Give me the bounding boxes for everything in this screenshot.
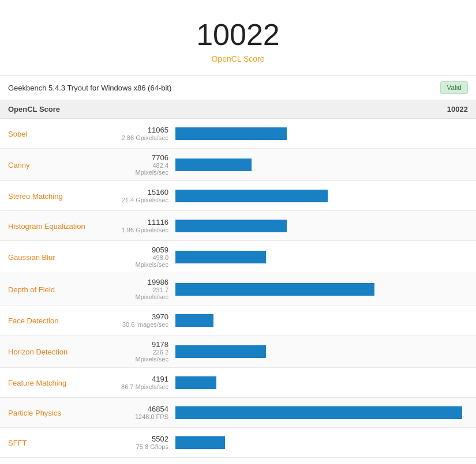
bench-name: Histogram Equalization: [8, 221, 118, 231]
bench-bar: [175, 345, 266, 358]
bench-sub-score: 482.4 Mpixels/sec: [118, 162, 168, 176]
bench-bar-container: [175, 375, 468, 391]
bench-bar-container: [175, 126, 468, 142]
score-header: 10022 OpenCL Score: [0, 0, 476, 76]
bench-label: Canny: [8, 161, 30, 169]
bench-main-score: 4191: [118, 375, 168, 383]
bench-sub-score: 1.96 Gpixels/sec: [118, 227, 168, 233]
benchmark-row: Canny 7706 482.4 Mpixels/sec: [0, 149, 476, 181]
bench-sub-score: 86.7 Mpixels/sec: [118, 383, 168, 390]
bench-name: SFFT: [8, 437, 118, 448]
valid-badge: Valid: [440, 81, 468, 94]
bench-name: Horizon Detection: [8, 346, 118, 357]
geekbench-info: Geekbench 5.4.3 Tryout for Windows x86 (…: [8, 84, 171, 92]
bench-name: Canny: [8, 160, 118, 170]
bench-label: Sobel: [8, 130, 27, 138]
bench-name: Depth of Field: [8, 284, 118, 295]
benchmark-row: Particle Physics 46854 1248.0 FPS: [0, 398, 476, 428]
bench-bar-container: [175, 218, 468, 234]
bench-label: Feature Matching: [8, 379, 66, 387]
bench-sub-score: 21.4 Gpixels/sec: [118, 197, 168, 203]
bench-bar-container: [175, 249, 468, 265]
bench-bar: [175, 159, 252, 171]
bench-main-score: 15160: [118, 188, 168, 197]
bench-label: Horizon Detection: [8, 348, 68, 356]
bench-name: Feature Matching: [8, 378, 118, 388]
bench-scores: 9059 498.0 Mpixels/sec: [118, 246, 175, 268]
bench-bar: [175, 283, 374, 296]
bench-label: Gaussian Blur: [8, 253, 55, 262]
bench-sub-score: 75.8 Gflops: [118, 443, 168, 450]
benchmarks-list: Sobel 11065 2.86 Gpixels/sec Canny 7706 …: [0, 119, 476, 458]
bench-main-score: 3970: [118, 312, 168, 321]
bench-bar: [175, 127, 287, 140]
bench-bar-container: [175, 312, 468, 329]
bench-bar: [175, 314, 213, 327]
benchmark-row: Sobel 11065 2.86 Gpixels/sec: [0, 119, 476, 149]
bench-name: Gaussian Blur: [8, 252, 118, 262]
main-score: 10022: [12, 17, 464, 52]
bench-main-score: 9059: [118, 246, 168, 254]
table-header-label: OpenCL Score: [8, 105, 60, 114]
bench-bar-container: [175, 405, 468, 421]
bench-sub-score: 30.6 images/sec: [118, 321, 168, 328]
bench-bar: [175, 220, 287, 232]
bench-scores: 5502 75.8 Gflops: [118, 435, 175, 450]
bench-main-score: 7706: [118, 153, 168, 162]
bench-label: Histogram Equalization: [8, 222, 85, 231]
bench-scores: 7706 482.4 Mpixels/sec: [118, 153, 175, 176]
bench-scores: 9178 226.2 Mpixels/sec: [118, 340, 175, 363]
bench-bar: [175, 376, 216, 389]
benchmark-row: Depth of Field 19986 231.7 Mpixels/sec: [0, 273, 476, 305]
bench-main-score: 11116: [118, 218, 168, 227]
bench-name: Sobel: [8, 129, 118, 139]
bench-bar-container: [175, 435, 468, 451]
benchmark-row: Horizon Detection 9178 226.2 Mpixels/sec: [0, 335, 476, 368]
bench-bar-container: [175, 281, 468, 297]
bench-scores: 3970 30.6 images/sec: [118, 312, 175, 328]
benchmark-row: Stereo Matching 15160 21.4 Gpixels/sec: [0, 181, 476, 211]
bench-sub-score: 2.86 Gpixels/sec: [118, 134, 168, 141]
bench-main-score: 5502: [118, 435, 168, 443]
benchmark-row: SFFT 5502 75.8 Gflops: [0, 428, 476, 458]
bench-label: Face Detection: [8, 316, 58, 325]
bench-name: Face Detection: [8, 315, 118, 326]
bench-bar: [175, 406, 462, 419]
bench-name: Stereo Matching: [8, 191, 118, 201]
bench-scores: 46854 1248.0 FPS: [118, 405, 175, 420]
bench-main-score: 46854: [118, 405, 168, 413]
bench-scores: 11116 1.96 Gpixels/sec: [118, 218, 175, 233]
bench-sub-score: 226.2 Mpixels/sec: [118, 349, 168, 363]
table-header-value: 10022: [447, 105, 468, 114]
benchmark-row: Gaussian Blur 9059 498.0 Mpixels/sec: [0, 241, 476, 273]
table-header: OpenCL Score 10022: [0, 100, 476, 119]
bench-label: Particle Physics: [8, 409, 61, 417]
bench-sub-score: 231.7 Mpixels/sec: [118, 286, 168, 300]
bench-sub-score: 1248.0 FPS: [118, 413, 168, 420]
bench-bar-container: [175, 157, 468, 173]
bench-label: Depth of Field: [8, 285, 55, 294]
bench-label: SFFT: [8, 439, 27, 447]
bench-scores: 15160 21.4 Gpixels/sec: [118, 188, 175, 203]
benchmark-row: Histogram Equalization 11116 1.96 Gpixel…: [0, 211, 476, 241]
bench-bar: [175, 436, 225, 449]
bench-main-score: 9178: [118, 340, 168, 349]
bench-main-score: 19986: [118, 278, 168, 286]
bench-scores: 19986 231.7 Mpixels/sec: [118, 278, 175, 300]
bench-scores: 4191 86.7 Mpixels/sec: [118, 375, 175, 390]
benchmark-row: Face Detection 3970 30.6 images/sec: [0, 305, 476, 335]
info-bar: Geekbench 5.4.3 Tryout for Windows x86 (…: [0, 76, 476, 100]
bench-main-score: 11065: [118, 126, 168, 134]
bench-bar-container: [175, 188, 468, 204]
bench-bar-container: [175, 344, 468, 360]
bench-bar: [175, 251, 266, 263]
bench-bar: [175, 190, 328, 202]
bench-label: Stereo Matching: [8, 192, 63, 201]
score-label: OpenCL Score: [12, 54, 464, 63]
bench-sub-score: 498.0 Mpixels/sec: [118, 254, 168, 268]
benchmark-row: Feature Matching 4191 86.7 Mpixels/sec: [0, 368, 476, 398]
bench-scores: 11065 2.86 Gpixels/sec: [118, 126, 175, 141]
bench-name: Particle Physics: [8, 408, 118, 418]
